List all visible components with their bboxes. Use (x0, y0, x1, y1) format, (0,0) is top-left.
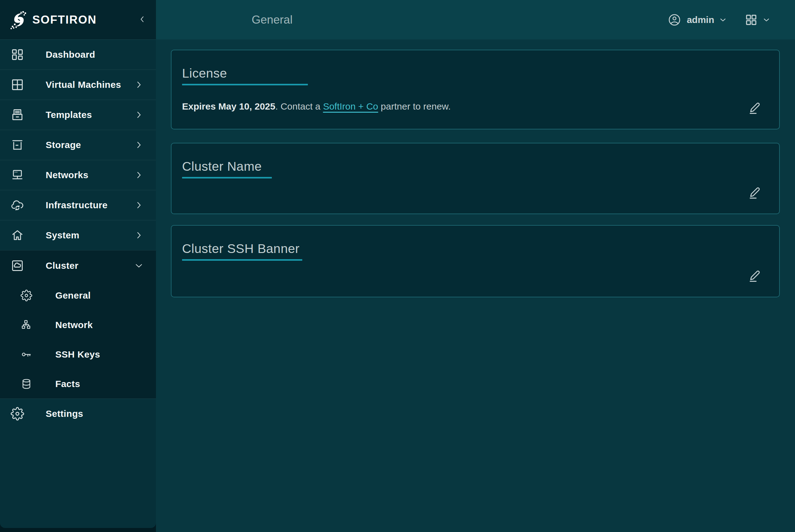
chevron-right-icon (134, 170, 144, 180)
storage-icon (11, 138, 24, 152)
license-expiry-text: Expires May 10, 2025. Contact a SoftIron… (182, 101, 764, 112)
softiron-partner-link[interactable]: SoftIron + Co (323, 101, 378, 111)
edit-pencil-icon (747, 186, 762, 200)
dashboard-icon (11, 48, 24, 61)
sidebar-item-label: Cluster (46, 261, 78, 271)
user-menu[interactable]: admin (668, 13, 727, 27)
sidebar-collapse-button[interactable] (138, 15, 147, 24)
sidebar-item-label: Storage (46, 140, 81, 150)
page-title: General (252, 13, 293, 26)
cluster-ssh-banner-card: Cluster SSH Banner (171, 225, 780, 297)
sidebar-item-infrastructure[interactable]: Infrastructure (0, 190, 156, 220)
gear-icon (20, 290, 32, 301)
sidebar-subitem-label: SSH Keys (55, 349, 100, 360)
edit-pencil-icon (747, 101, 762, 115)
sidebar-item-virtual-machines[interactable]: Virtual Machines (0, 70, 156, 100)
license-expiry-date: Expires May 10, 2025 (182, 101, 275, 111)
sidebar-header: SOFTIRON (0, 0, 156, 39)
sidebar-item-label: Dashboard (46, 49, 95, 60)
softiron-logo: SOFTIRON (10, 10, 97, 30)
edit-cluster-name-button[interactable] (747, 186, 762, 200)
apps-grid-icon (745, 13, 758, 26)
chevron-down-icon (762, 16, 771, 24)
chevron-left-icon (138, 15, 147, 24)
chevron-right-icon (134, 231, 144, 240)
sidebar-item-settings[interactable]: Settings (0, 399, 156, 429)
sidebar-subitem-ssh-keys[interactable]: SSH Keys (0, 340, 156, 369)
infrastructure-icon (11, 198, 24, 212)
sidebar-item-templates[interactable]: Templates (0, 100, 156, 130)
sidebar-subitem-general[interactable]: General (0, 281, 156, 310)
sidebar-item-cluster[interactable]: Cluster (0, 250, 156, 281)
softiron-logo-mark-icon (10, 10, 28, 30)
content-area: License Expires May 10, 2025. Contact a … (156, 39, 795, 532)
chevron-right-icon (134, 140, 144, 150)
sidebar-subitem-label: Network (55, 320, 93, 330)
app-window: SOFTIRON Dashboard (0, 0, 795, 532)
chevron-right-icon (134, 110, 144, 119)
license-card-title: License (182, 66, 764, 81)
license-card: License Expires May 10, 2025. Contact a … (171, 50, 780, 129)
cluster-ssh-banner-card-title: Cluster SSH Banner (182, 241, 764, 256)
sidebar-backdrop: SOFTIRON Dashboard (0, 0, 156, 532)
chevron-right-icon (134, 80, 144, 89)
title-underline (182, 177, 272, 178)
sidebar-nav: Dashboard Virtual Machines (0, 39, 156, 528)
sidebar-item-label: Templates (46, 110, 92, 120)
sidebar-item-dashboard[interactable]: Dashboard (0, 39, 156, 70)
chevron-down-icon (134, 261, 144, 270)
cluster-icon (11, 259, 24, 272)
main-column: General admin (156, 0, 795, 532)
system-icon (11, 228, 24, 242)
networks-icon (11, 168, 24, 182)
sidebar-subitem-network[interactable]: Network (0, 310, 156, 340)
cluster-name-card-title: Cluster Name (182, 159, 764, 174)
topbar: General admin (156, 0, 795, 39)
sidebar-subitem-label: General (55, 290, 91, 301)
sidebar-item-label: System (46, 230, 79, 241)
chevron-right-icon (134, 201, 144, 210)
key-icon (20, 348, 32, 360)
sidebar-item-networks[interactable]: Networks (0, 160, 156, 190)
cluster-name-card: Cluster Name (171, 143, 780, 214)
sidebar-item-label: Infrastructure (46, 200, 108, 210)
edit-license-button[interactable] (747, 101, 762, 115)
title-underline (182, 259, 302, 261)
cluster-expanded-group: Cluster General (0, 250, 156, 399)
database-icon (20, 378, 32, 390)
brand-name: SOFTIRON (32, 13, 97, 26)
templates-icon (11, 108, 24, 122)
sidebar-item-system[interactable]: System (0, 220, 156, 250)
edit-ssh-banner-button[interactable] (747, 269, 762, 283)
sidebar-item-label: Virtual Machines (46, 79, 121, 90)
user-avatar-icon (668, 13, 681, 27)
title-underline (182, 84, 308, 86)
edit-pencil-icon (747, 269, 762, 283)
chevron-down-icon (719, 16, 727, 24)
virtual-machines-icon (11, 78, 24, 92)
topbar-actions: admin (668, 13, 771, 27)
network-hierarchy-icon (20, 319, 32, 331)
sidebar: SOFTIRON Dashboard (0, 0, 156, 528)
sidebar-item-label: Settings (46, 408, 83, 419)
apps-menu[interactable] (745, 13, 771, 26)
sidebar-item-label: Networks (46, 170, 88, 180)
user-name: admin (687, 15, 714, 25)
sidebar-item-storage[interactable]: Storage (0, 130, 156, 160)
sidebar-subitem-label: Facts (55, 379, 80, 389)
sidebar-subitem-facts[interactable]: Facts (0, 369, 156, 399)
gear-icon (11, 407, 24, 421)
